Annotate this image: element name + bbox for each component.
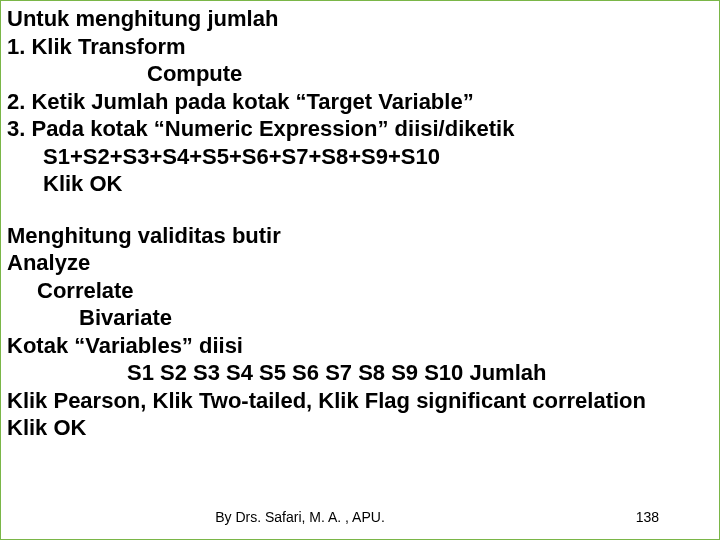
slide-content: Untuk menghitung jumlah 1. Klik Transfor… <box>1 1 719 539</box>
spacer <box>7 198 713 222</box>
text-line: Bivariate <box>7 304 713 332</box>
text-line: Klik Pearson, Klik Two-tailed, Klik Flag… <box>7 387 713 415</box>
text-line: Analyze <box>7 249 713 277</box>
text-line: Untuk menghitung jumlah <box>7 5 713 33</box>
text-line: Klik OK <box>7 170 713 198</box>
text-line: S1+S2+S3+S4+S5+S6+S7+S8+S9+S10 <box>7 143 713 171</box>
footer-author: By Drs. Safari, M. A. , APU. <box>1 509 599 525</box>
text-line: 1. Klik Transform <box>7 33 713 61</box>
text-line: 2. Ketik Jumlah pada kotak “Target Varia… <box>7 88 713 116</box>
text-line: Klik OK <box>7 414 713 442</box>
text-line: Menghitung validitas butir <box>7 222 713 250</box>
text-line: Kotak “Variables” diisi <box>7 332 713 360</box>
text-line: S1 S2 S3 S4 S5 S6 S7 S8 S9 S10 Jumlah <box>7 359 713 387</box>
text-line: Compute <box>7 60 713 88</box>
slide-footer: By Drs. Safari, M. A. , APU. 138 <box>1 509 719 525</box>
text-line: Correlate <box>7 277 713 305</box>
footer-page-number: 138 <box>599 509 659 525</box>
text-line: 3. Pada kotak “Numeric Expression” diisi… <box>7 115 713 143</box>
